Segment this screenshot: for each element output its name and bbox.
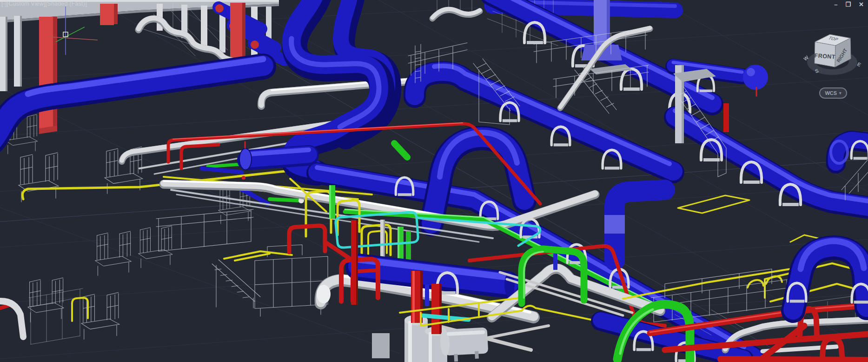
minimize-icon[interactable]: – (834, 0, 837, 8)
model-3d-scene (0, 0, 868, 362)
wcs-dropdown[interactable]: WCS ▾ (819, 87, 847, 99)
viewcube[interactable]: W S E FRONT RIGHT TOP (803, 13, 868, 80)
cad-viewport[interactable]: [-][Custom View][Shaded (Fast)] – ❐ ✕ W … (0, 0, 868, 362)
viewport-view-control[interactable]: [Custom View] (7, 0, 46, 7)
wcs-label: WCS (825, 90, 837, 96)
window-controls: – ❐ ✕ (834, 0, 864, 8)
viewport-visual-style-control[interactable]: [Shaded (Fast)] (46, 0, 87, 7)
viewport-controls: [-][Custom View][Shaded (Fast)] (1, 0, 87, 7)
close-icon[interactable]: ✕ (859, 0, 864, 8)
restore-icon[interactable]: ❐ (845, 0, 851, 8)
chevron-down-icon: ▾ (839, 91, 841, 95)
viewport-menu-control[interactable]: [-] (1, 0, 7, 7)
